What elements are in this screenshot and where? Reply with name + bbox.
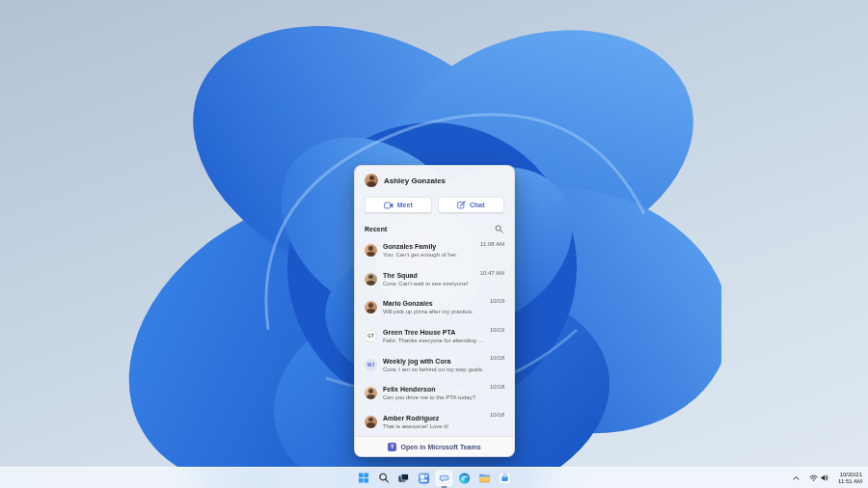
avatar (365, 387, 377, 399)
edge-button[interactable] (456, 470, 474, 487)
conversation-time: 10/18 (490, 384, 504, 390)
conversation-name: Mario Gonzales (383, 299, 484, 308)
tray-network-volume-button[interactable] (806, 473, 831, 483)
conversation-time: 10/19 (490, 327, 504, 333)
file-explorer-button[interactable] (476, 470, 494, 487)
taskbar: 10/20/21 11:51 AM (0, 467, 868, 488)
meet-button[interactable]: Meet (365, 197, 432, 213)
avatar (365, 301, 377, 313)
chat-button-label: Chat (470, 202, 485, 208)
conversation-time: 10/19 (490, 298, 504, 304)
teams-chat-button[interactable] (436, 470, 453, 487)
avatar (365, 416, 377, 428)
system-tray: 10/20/21 11:51 AM (790, 468, 865, 488)
widgets-button[interactable] (416, 470, 433, 487)
active-app-indicator (442, 486, 448, 488)
search-icon (378, 473, 389, 483)
conversation-the-squad[interactable]: The Squad Cora: Can't wait to see everyo… (355, 265, 514, 294)
store-button[interactable] (497, 470, 514, 487)
conversation-preview: Will pick up pizza after my practice. (383, 308, 484, 315)
file-explorer-icon (479, 473, 491, 484)
taskbar-center-icons (355, 468, 514, 488)
taskbar-clock[interactable]: 10/20/21 11:51 AM (835, 470, 865, 487)
conversation-mario-gonzales[interactable]: Mario Gonzales Will pick up pizza after … (355, 293, 514, 322)
store-icon (500, 473, 511, 484)
edge-icon (459, 473, 471, 484)
task-view-button[interactable] (395, 470, 413, 487)
camera-icon (384, 202, 393, 209)
conversation-amber-rodriguez[interactable]: Amber Rodriguez That is awesome! Love it… (355, 407, 514, 436)
taskbar-search-button[interactable] (375, 470, 393, 487)
start-button[interactable] (355, 470, 372, 487)
wifi-icon (809, 474, 818, 481)
avatar-initials: GT (367, 334, 374, 339)
avatar: GT (365, 330, 377, 342)
conversation-preview: Cora: I am so behind on my step goals. (383, 366, 484, 373)
windows-logo-icon (358, 473, 368, 483)
conversation-felix-henderson[interactable]: Felix Henderson Can you drive me to the … (355, 379, 514, 408)
conversation-name: Felix Henderson (383, 385, 484, 393)
chat-button[interactable]: Chat (438, 197, 505, 213)
teams-icon: T (388, 443, 396, 451)
open-in-teams-label: Open in Microsoft Teams (400, 444, 480, 450)
conversation-name: Green Tree House PTA (383, 328, 484, 337)
avatar (365, 273, 377, 285)
teams-chat-icon (439, 473, 450, 484)
chevron-up-icon (793, 475, 800, 480)
search-icon (495, 225, 503, 233)
conversation-time: 10/18 (490, 412, 504, 418)
recent-label: Recent (365, 226, 387, 232)
conversation-time: 11:08 AM (480, 241, 504, 247)
conversation-name: Gonzales Family (383, 242, 475, 251)
conversation-green-tree-house-pta[interactable]: GT Green Tree House PTA Felix: Thanks ev… (355, 322, 514, 351)
conversation-time: 10:47 AM (480, 270, 504, 276)
conversation-preview: Cora: Can't wait to see everyone! (383, 280, 475, 287)
tray-date: 10/20/21 (840, 472, 862, 478)
tray-time: 11:51 AM (838, 478, 862, 485)
conversation-name: Weekly jog with Cora (383, 357, 484, 366)
user-avatar[interactable] (365, 174, 378, 187)
action-buttons: Meet Chat (355, 192, 514, 221)
compose-icon (457, 201, 466, 209)
conversation-time: 10/18 (490, 355, 504, 361)
conversation-name: The Squad (383, 271, 475, 280)
conversation-preview: That is awesome! Love it! (383, 422, 484, 430)
avatar (365, 244, 377, 257)
user-name: Ashley Gonzales (384, 176, 446, 185)
search-button[interactable] (494, 224, 504, 234)
tray-show-hidden-icons-button[interactable] (790, 474, 802, 482)
volume-icon (821, 474, 828, 481)
conversation-list: Gonzales Family You: Can't get enough of… (355, 236, 514, 436)
widgets-icon (419, 473, 430, 484)
avatar: WJ (365, 359, 377, 371)
flyout-header: Ashley Gonzales (355, 166, 514, 192)
conversation-preview: You: Can't get enough of her. (383, 251, 475, 258)
recent-header: Recent (355, 221, 514, 236)
avatar-initials: WJ (367, 363, 375, 367)
open-in-teams-button[interactable]: T Open in Microsoft Teams (355, 436, 514, 456)
teams-chat-flyout: Ashley Gonzales Meet Chat Recent (354, 165, 515, 457)
meet-button-label: Meet (397, 202, 413, 208)
conversation-gonzales-family[interactable]: Gonzales Family You: Can't get enough of… (355, 236, 514, 265)
conversation-preview: Felix: Thanks everyone for attending tod… (383, 337, 484, 344)
conversation-preview: Can you drive me to the PTA today? (383, 393, 484, 401)
conversation-weekly-jog[interactable]: WJ Weekly jog with Cora Cora: I am so be… (355, 350, 514, 379)
task-view-icon (398, 473, 410, 484)
conversation-name: Amber Rodriguez (383, 414, 484, 422)
